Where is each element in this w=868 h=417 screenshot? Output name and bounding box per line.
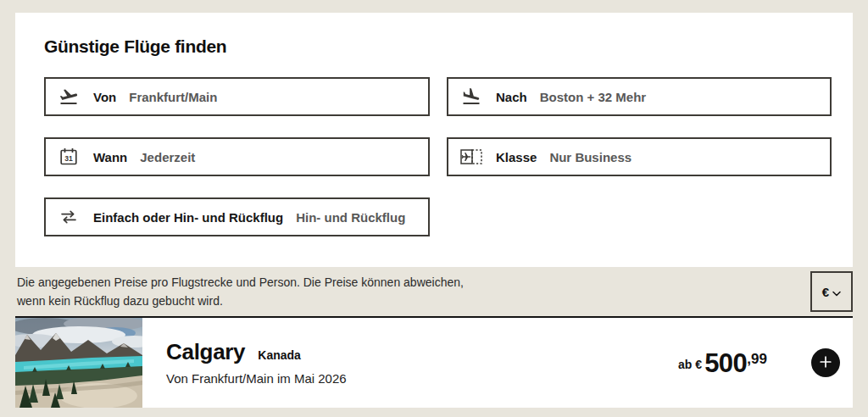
- field-nach-value: Boston + 32 Mehr: [540, 90, 646, 104]
- currency-symbol: €: [822, 285, 829, 299]
- destination-city: Calgary: [166, 339, 245, 365]
- plane-departure-icon: [57, 86, 81, 107]
- price-prefix: ab: [678, 358, 692, 371]
- destination-card-calgary[interactable]: Calgary Kanada Von Frankfurt/Main im Mai…: [15, 318, 853, 408]
- field-wann-label: Wann: [93, 150, 127, 164]
- field-klasse-label: Klasse: [496, 150, 537, 164]
- currency-selector[interactable]: €: [810, 271, 853, 312]
- chevron-down-icon: [832, 285, 841, 299]
- cabin-class-icon: [459, 149, 483, 164]
- field-trip-type[interactable]: Einfach oder Hin- und Rückflug Hin- und …: [44, 197, 430, 236]
- destination-subtitle: Von Frankfurt/Main im Mai 2026: [166, 371, 347, 386]
- field-wann[interactable]: 31 Wann Jederzeit: [44, 137, 430, 176]
- field-von[interactable]: Von Frankfurt/Main: [44, 77, 430, 116]
- price-amount: 500: [704, 350, 747, 376]
- calendar-icon: 31: [57, 147, 81, 167]
- destination-info: Calgary Kanada Von Frankfurt/Main im Mai…: [166, 339, 347, 386]
- field-nach[interactable]: Nach Boston + 32 Mehr: [447, 77, 832, 116]
- field-nach-label: Nach: [496, 90, 527, 104]
- price-notice-text: Die angegebenen Preise pro Flugstrecke u…: [17, 273, 464, 310]
- price-currency: €: [695, 358, 702, 371]
- field-wann-value: Jederzeit: [140, 150, 195, 164]
- field-klasse[interactable]: Klasse Nur Business: [447, 137, 832, 176]
- swap-arrows-icon: [57, 208, 81, 225]
- field-von-value: Frankfurt/Main: [129, 90, 217, 104]
- svg-text:31: 31: [64, 154, 73, 163]
- search-fields-grid: Von Frankfurt/Main Nach Boston + 32 Mehr…: [44, 77, 832, 236]
- destination-photo: [15, 318, 142, 408]
- field-klasse-value: Nur Business: [549, 150, 632, 164]
- flight-search-card: Günstige Flüge finden Von Frankfurt/Main…: [15, 13, 853, 267]
- destination-price: ab € 500 ,99: [678, 350, 767, 376]
- plus-icon: [820, 356, 832, 370]
- field-trip-type-label: Einfach oder Hin- und Rückflug: [93, 210, 283, 225]
- price-notice-bar: Die angegebenen Preise pro Flugstrecke u…: [0, 267, 868, 316]
- price-notice-line-2: wenn kein Rückflug dazu gebucht wird.: [17, 292, 464, 310]
- plane-arrival-icon: [459, 86, 483, 107]
- page-title: Günstige Flüge finden: [44, 36, 226, 57]
- field-trip-type-value: Hin- und Rückflug: [296, 210, 405, 225]
- add-destination-button[interactable]: [811, 348, 840, 377]
- price-decimal: ,99: [747, 351, 767, 368]
- destination-country: Kanada: [258, 348, 301, 362]
- price-notice-line-1: Die angegebenen Preise pro Flugstrecke u…: [17, 273, 464, 292]
- field-von-label: Von: [93, 90, 116, 104]
- destination-title-row: Calgary Kanada: [166, 339, 347, 365]
